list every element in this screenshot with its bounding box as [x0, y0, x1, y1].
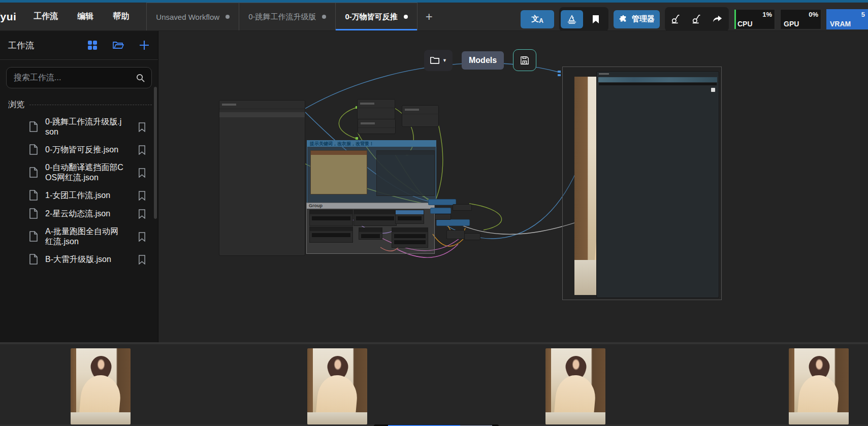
folder-icon — [430, 56, 440, 64]
node-graph-canvas[interactable]: ▼ Models — [158, 31, 868, 342]
photo-counter — [789, 412, 849, 424]
gpu-monitor[interactable]: 0% GPU — [780, 9, 821, 29]
tab-reverse-anything[interactable]: 0-万物皆可反推 — [336, 3, 417, 30]
bookmark-outline-icon[interactable] — [138, 145, 146, 155]
small-node[interactable] — [358, 119, 396, 134]
mountain-icon — [566, 14, 577, 24]
node-title-bar — [219, 101, 305, 109]
chevron-down-icon: ▼ — [442, 58, 447, 63]
main-menu: 工作流 编辑 帮助 — [34, 3, 129, 30]
browse-section-label: 浏览 — [8, 100, 24, 110]
unsaved-dot-icon — [404, 15, 408, 19]
tab-dance-workflow[interactable]: 0-跳舞工作流升级版 — [239, 3, 336, 30]
tab-unsaved-workflow[interactable]: Unsaved Workflow — [147, 3, 239, 30]
vram-monitor[interactable]: 5 VRAM — [826, 9, 868, 29]
tab-label: 0-万物皆可反推 — [345, 12, 397, 22]
new-workflow-plus-icon[interactable] — [139, 40, 150, 51]
preview-image-node[interactable] — [596, 71, 719, 298]
vacuum-icon — [670, 14, 682, 25]
mini-node[interactable] — [395, 210, 424, 224]
prompt-node-secondary[interactable] — [376, 150, 435, 196]
bookmark-outline-icon[interactable] — [138, 122, 146, 132]
open-folder-icon[interactable] — [112, 40, 124, 50]
collapsed-node[interactable] — [430, 208, 451, 214]
bookmark-button[interactable] — [585, 10, 607, 28]
prompt-group-title: 提示关键词，改衣服，改背景！ — [307, 141, 436, 147]
vacuum-icon — [691, 14, 702, 25]
group-title: Group — [307, 203, 434, 209]
bookmark-icon — [592, 15, 600, 24]
menu-workflow[interactable]: 工作流 — [34, 11, 58, 22]
prompt-text-node[interactable] — [310, 150, 367, 194]
node-title-bar — [402, 106, 438, 114]
bookmark-outline-icon[interactable] — [138, 209, 146, 219]
search-input[interactable] — [13, 73, 136, 83]
vram-value: 5 — [861, 11, 865, 18]
workflow-file-row[interactable]: 2-星云幼态流.json — [0, 205, 158, 223]
new-tab-button[interactable]: + — [417, 3, 441, 30]
topbar-right-controls: 文A 管理器 — [521, 5, 868, 33]
bookmark-outline-icon[interactable] — [138, 168, 146, 178]
workflow-file-row[interactable]: B-大雷升级版.json — [0, 250, 158, 269]
file-name: A-批量跑图全自动网红流.json — [45, 226, 125, 247]
manager-label: 管理器 — [632, 14, 655, 24]
cpu-monitor[interactable]: 1% CPU — [734, 9, 775, 29]
sidebar-scrollbar[interactable] — [154, 87, 157, 219]
unsaved-dot-icon — [322, 15, 326, 19]
workflow-file-row[interactable]: 0-万物皆可反推.json — [0, 141, 158, 159]
node-title-bar — [358, 119, 395, 128]
save-workflow-button[interactable] — [513, 49, 536, 71]
mini-node[interactable] — [359, 227, 382, 240]
collapsed-node[interactable] — [428, 199, 456, 205]
collapsed-node[interactable] — [436, 219, 470, 226]
workflow-file-list: 0-跳舞工作流升级版.json 0-万物皆可反推.json 0-自动翻译遮挡面部… — [0, 113, 158, 269]
collapsed-node[interactable] — [464, 233, 480, 240]
gallery-thumbnail[interactable] — [307, 348, 367, 424]
menu-help[interactable]: 帮助 — [113, 11, 129, 22]
collapsed-node[interactable] — [453, 204, 472, 211]
node-widget-row — [219, 112, 305, 117]
workflow-file-row[interactable]: 0-跳舞工作流升级版.json — [0, 113, 158, 141]
clear-cache2-icon-button[interactable] — [687, 10, 706, 28]
collapsed-node[interactable] — [435, 214, 451, 220]
floppy-disk-icon — [520, 56, 529, 65]
grid-view-icon[interactable] — [87, 40, 98, 51]
sidebar-title: 工作流 — [8, 40, 34, 51]
models-button[interactable]: Models — [462, 51, 504, 70]
manager-button[interactable]: 管理器 — [614, 10, 660, 28]
workflow-file-row[interactable]: 0-自动翻译遮挡面部COS网红流.json — [0, 159, 158, 186]
load-image-node[interactable] — [219, 100, 305, 256]
small-node[interactable] — [357, 99, 395, 120]
file-name: 1-女团工作流.json — [45, 190, 125, 201]
mini-node[interactable] — [353, 210, 397, 226]
gallery-thumbnail[interactable] — [545, 348, 605, 424]
bookmark-outline-icon[interactable] — [138, 255, 146, 265]
translate-button[interactable]: 文A — [521, 10, 554, 28]
small-node[interactable] — [402, 105, 439, 127]
mountain-logo-button[interactable] — [561, 10, 583, 28]
workflow-search-box[interactable] — [6, 67, 152, 88]
workflow-file-row[interactable]: A-批量跑图全自动网红流.json — [0, 223, 158, 250]
menu-edit[interactable]: 编辑 — [77, 11, 93, 22]
bookmark-outline-icon[interactable] — [138, 191, 146, 201]
app-logo: fyui — [0, 11, 16, 23]
node-widget-bar — [598, 77, 717, 82]
gallery-thumbnail[interactable] — [789, 348, 849, 424]
photo-counter — [71, 412, 131, 424]
workflows-sidebar: 工作流 — [0, 31, 158, 342]
node-title-bar — [311, 151, 367, 155]
photo-counter — [307, 412, 367, 424]
prompt-textarea[interactable] — [311, 155, 367, 194]
mini-node[interactable] — [309, 210, 353, 226]
top-menu-bar: fyui 工作流 编辑 帮助 Unsaved Workflow 0-跳舞工作流升… — [0, 3, 868, 31]
collapsed-node[interactable] — [446, 230, 465, 239]
share-button[interactable] — [708, 10, 727, 28]
gallery-thumbnail[interactable] — [71, 348, 131, 424]
image-badge-icon — [711, 88, 715, 92]
mini-node[interactable] — [392, 227, 428, 248]
clear-cache-icon-button[interactable] — [666, 10, 686, 28]
bookmark-outline-icon[interactable] — [138, 232, 146, 242]
workflow-folder-dropdown[interactable]: ▼ — [424, 50, 453, 71]
workflow-file-row[interactable]: 1-女团工作流.json — [0, 186, 158, 205]
mini-node[interactable] — [309, 226, 353, 243]
